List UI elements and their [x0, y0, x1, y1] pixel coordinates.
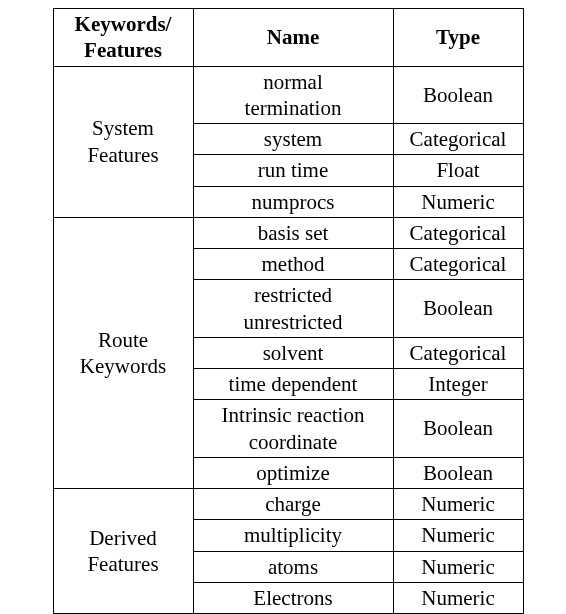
cell-type: Numeric — [393, 186, 523, 217]
group-label-line2: Keywords — [80, 354, 166, 378]
cell-type: Numeric — [393, 520, 523, 551]
cell-name: Electrons — [193, 582, 393, 613]
cell-type: Boolean — [393, 457, 523, 488]
cell-name: method — [193, 249, 393, 280]
table-row: System Features normal termination Boole… — [53, 66, 523, 124]
cell-name-line1: restricted — [254, 283, 332, 307]
header-name: Name — [193, 9, 393, 67]
cell-name: Intrinsic reaction coordinate — [193, 400, 393, 458]
cell-type: Categorical — [393, 249, 523, 280]
features-table: Keywords/ Features Name Type System Feat… — [53, 8, 524, 614]
cell-type: Boolean — [393, 66, 523, 124]
header-keywords-features: Keywords/ Features — [53, 9, 193, 67]
cell-name: atoms — [193, 551, 393, 582]
cell-type: Boolean — [393, 280, 523, 338]
cell-name: multiplicity — [193, 520, 393, 551]
cell-name: restricted unrestricted — [193, 280, 393, 338]
group-label-derived-features: Derived Features — [53, 489, 193, 614]
cell-name-line1: Intrinsic reaction — [222, 403, 365, 427]
cell-name: normal termination — [193, 66, 393, 124]
cell-type: Numeric — [393, 582, 523, 613]
group-label-line1: Derived — [89, 526, 157, 550]
cell-type: Categorical — [393, 337, 523, 368]
header-col1-line2: Features — [84, 38, 162, 62]
cell-type: Float — [393, 155, 523, 186]
cell-type: Numeric — [393, 551, 523, 582]
group-label-line2: Features — [87, 552, 158, 576]
group-label-line1: Route — [98, 328, 148, 352]
cell-name: run time — [193, 155, 393, 186]
group-label-line2: Features — [87, 143, 158, 167]
cell-name: solvent — [193, 337, 393, 368]
table-row: Derived Features charge Numeric — [53, 489, 523, 520]
cell-type: Numeric — [393, 489, 523, 520]
cell-name: basis set — [193, 217, 393, 248]
cell-name-line1: normal — [263, 70, 322, 94]
header-col1-line1: Keywords/ — [75, 12, 172, 36]
group-label-line1: System — [92, 116, 154, 140]
cell-name-line2: termination — [245, 96, 342, 120]
cell-name: optimize — [193, 457, 393, 488]
cell-name: time dependent — [193, 369, 393, 400]
group-label-system-features: System Features — [53, 66, 193, 217]
table-header-row: Keywords/ Features Name Type — [53, 9, 523, 67]
cell-name: system — [193, 124, 393, 155]
cell-name: numprocs — [193, 186, 393, 217]
cell-type: Categorical — [393, 124, 523, 155]
table-row: Route Keywords basis set Categorical — [53, 217, 523, 248]
cell-type: Integer — [393, 369, 523, 400]
header-type: Type — [393, 9, 523, 67]
cell-name-line2: unrestricted — [243, 310, 342, 334]
group-label-route-keywords: Route Keywords — [53, 217, 193, 488]
cell-type: Categorical — [393, 217, 523, 248]
page: Keywords/ Features Name Type System Feat… — [0, 0, 566, 614]
cell-type: Boolean — [393, 400, 523, 458]
cell-name: charge — [193, 489, 393, 520]
cell-name-line2: coordinate — [249, 430, 338, 454]
